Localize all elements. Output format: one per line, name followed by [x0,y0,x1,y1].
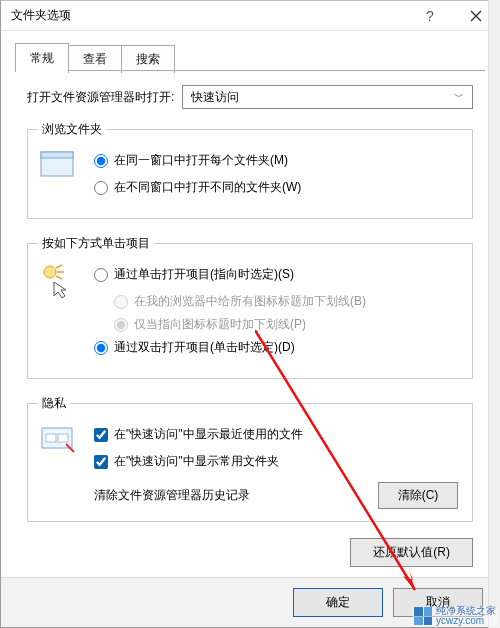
svg-rect-1 [41,152,73,158]
checkbox-recent-files[interactable]: 在"快速访问"中显示最近使用的文件 [94,426,462,443]
privacy-group: 隐私 在"快速访问"中显示最近使用的文件 [27,395,473,522]
window-title: 文件夹选项 [11,7,407,24]
click-items-icon [38,262,80,302]
privacy-icon [38,422,80,456]
browse-folders-group: 浏览文件夹 在同一窗口中打开每个文件夹(M) [27,121,473,219]
radio-double-click[interactable]: 通过双击打开项目(单击时选定)(D) [94,339,462,356]
clear-history-label: 清除文件资源管理器历史记录 [94,487,250,504]
open-explorer-label: 打开文件资源管理器时打开: [27,89,174,106]
radio-single-click[interactable]: 通过单击打开项目(指向时选定)(S) [94,266,462,283]
watermark-logo-icon [414,607,432,625]
svg-rect-4 [46,434,56,442]
svg-point-2 [44,266,56,278]
help-button[interactable]: ? [407,1,453,30]
click-items-group: 按如下方式单击项目 通过单击打开项目(指向时选定)(S) [27,235,473,379]
titlebar: 文件夹选项 ? [1,1,499,31]
chevron-down-icon: ﹀ [454,90,464,104]
dropdown-value: 快速访问 [191,89,239,106]
svg-rect-5 [58,434,68,442]
privacy-legend: 隐私 [38,395,70,412]
checkbox-frequent-folders[interactable]: 在"快速访问"中显示常用文件夹 [94,453,462,470]
radio-underline-point: 仅当指向图标标题时加下划线(P) [114,316,462,333]
tab-search[interactable]: 搜索 [121,45,175,73]
tab-general[interactable]: 常规 [15,43,69,72]
help-icon: ? [426,8,434,24]
ok-button[interactable]: 确定 [293,588,383,617]
restore-defaults-button[interactable]: 还原默认值(R) [350,538,473,567]
open-explorer-dropdown[interactable]: 快速访问 ﹀ [182,85,473,109]
radio-diff-window[interactable]: 在不同窗口中打开不同的文件夹(W) [94,179,462,196]
tab-body: 打开文件资源管理器时打开: 快速访问 ﹀ 浏览文件夹 [15,71,485,573]
close-icon [470,10,482,22]
watermark: 纯净系统之家 ycwzy.com [412,606,498,626]
radio-same-window[interactable]: 在同一窗口中打开每个文件夹(M) [94,152,462,169]
browse-folders-legend: 浏览文件夹 [38,121,106,138]
tab-strip: 常规 查看 搜索 [15,43,485,71]
browse-folders-icon [38,148,80,182]
click-items-legend: 按如下方式单击项目 [38,235,154,252]
tab-view[interactable]: 查看 [68,45,122,73]
radio-underline-browser: 在我的浏览器中给所有图标标题加下划线(B) [114,293,462,310]
outer-scrollbar[interactable] [488,0,500,628]
clear-button[interactable]: 清除(C) [378,482,458,509]
watermark-url: ycwzy.com [436,616,496,626]
folder-options-dialog: 文件夹选项 ? 常规 查看 搜索 打开文件资源管理器时打开: 快速访问 ﹀ [0,0,500,628]
